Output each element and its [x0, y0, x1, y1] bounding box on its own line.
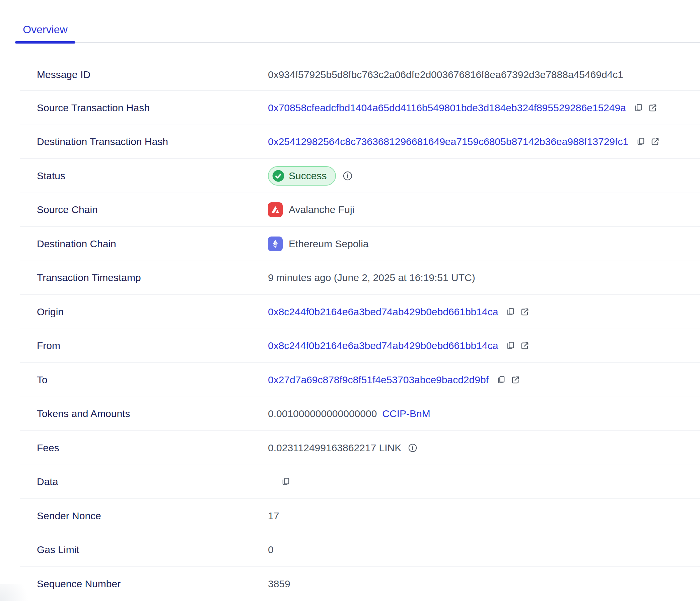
fees-label: Fees	[37, 442, 268, 454]
status-label: Status	[37, 170, 268, 181]
status-badge-text: Success	[289, 170, 327, 181]
row-destination-chain: Destination Chain Ethereum Sepolia	[20, 227, 700, 261]
row-source-tx-hash: Source Transaction Hash 0x70858cfeadcfbd…	[20, 91, 700, 125]
destination-tx-hash-label: Destination Transaction Hash	[37, 136, 268, 147]
copy-icon[interactable]	[506, 341, 515, 350]
from-address-link[interactable]: 0x8c244f0b2164e6a3bed74ab429b0ebd661bb14…	[268, 340, 498, 351]
tab-overview[interactable]: Overview	[15, 0, 75, 42]
external-link-icon[interactable]	[521, 341, 529, 350]
to-address-link[interactable]: 0x27d7a69c878f9c8f51f4e53703abce9bacd2d9…	[268, 374, 489, 385]
row-from: From 0x8c244f0b2164e6a3bed74ab429b0ebd66…	[20, 329, 700, 364]
tab-active-underline	[15, 41, 75, 44]
info-icon[interactable]	[343, 171, 353, 181]
message-id-label: Message ID	[37, 69, 268, 80]
row-sender-nonce: Sender Nonce 17	[20, 499, 700, 533]
transaction-details-table: Message ID 0x934f57925b5d8fbc763c2a06dfe…	[0, 42, 700, 601]
external-link-icon[interactable]	[521, 307, 529, 316]
info-icon[interactable]	[408, 443, 417, 453]
from-label: From	[37, 340, 268, 351]
external-link-icon[interactable]	[648, 103, 657, 112]
status-badge: Success	[268, 166, 336, 185]
destination-chain-name: Ethereum Sepolia	[289, 238, 369, 250]
transaction-timestamp-label: Transaction Timestamp	[37, 272, 268, 283]
destination-chain-label: Destination Chain	[37, 238, 268, 250]
copy-icon[interactable]	[506, 307, 515, 316]
source-chain-name: Avalanche Fuji	[289, 204, 354, 216]
row-source-chain: Source Chain Avalanche Fuji	[20, 193, 700, 227]
sequence-number-label: Sequence Number	[37, 578, 268, 590]
copy-icon[interactable]	[497, 376, 505, 384]
source-tx-hash-label: Source Transaction Hash	[37, 102, 268, 114]
copy-icon[interactable]	[281, 477, 290, 486]
origin-label: Origin	[37, 306, 268, 318]
row-to: To 0x27d7a69c878f9c8f51f4e53703abce9bacd…	[20, 363, 700, 397]
data-label: Data	[37, 476, 268, 487]
destination-tx-hash-link[interactable]: 0x25412982564c8c7363681296681649ea7159c6…	[268, 136, 628, 147]
row-message-id: Message ID 0x934f57925b5d8fbc763c2a06dfe…	[20, 59, 700, 91]
avalanche-icon	[268, 202, 283, 217]
tab-track-line	[15, 42, 700, 43]
sender-nonce-label: Sender Nonce	[37, 510, 268, 522]
external-link-icon[interactable]	[651, 137, 659, 146]
sender-nonce-value: 17	[268, 510, 279, 522]
gas-limit-label: Gas Limit	[37, 544, 268, 555]
source-chain-label: Source Chain	[37, 204, 268, 216]
row-tokens-and-amounts: Tokens and Amounts 0.001000000000000000 …	[20, 397, 700, 431]
row-gas-limit: Gas Limit 0	[20, 533, 700, 568]
row-status: Status Success	[20, 159, 700, 193]
origin-address-link[interactable]: 0x8c244f0b2164e6a3bed74ab429b0ebd661bb14…	[268, 306, 498, 318]
tokens-and-amounts-label: Tokens and Amounts	[37, 408, 268, 420]
to-label: To	[37, 374, 268, 385]
row-data: Data	[20, 465, 700, 500]
external-link-icon[interactable]	[511, 376, 520, 384]
token-amount-value: 0.001000000000000000	[268, 408, 377, 420]
gas-limit-value: 0	[268, 544, 274, 555]
check-circle-icon	[272, 170, 285, 182]
ethereum-icon	[268, 236, 283, 251]
copy-icon[interactable]	[636, 137, 645, 146]
transaction-timestamp-value: 9 minutes ago (June 2, 2025 at 16:19:51 …	[268, 272, 475, 283]
row-destination-tx-hash: Destination Transaction Hash 0x254129825…	[20, 125, 700, 159]
row-transaction-timestamp: Transaction Timestamp 9 minutes ago (Jun…	[20, 261, 700, 296]
sequence-number-value: 3859	[268, 578, 291, 590]
tab-bar: Overview	[0, 0, 700, 42]
token-symbol-link[interactable]: CCIP-BnM	[382, 408, 430, 420]
source-tx-hash-link[interactable]: 0x70858cfeadcfbd1404a65dd4116b549801bde3…	[268, 102, 626, 114]
row-sequence-number: Sequence Number 3859	[20, 567, 700, 601]
fees-value: 0.023112499163862217 LINK	[268, 442, 401, 454]
copy-icon[interactable]	[634, 103, 643, 112]
row-origin: Origin 0x8c244f0b2164e6a3bed74ab429b0ebd…	[20, 295, 700, 329]
row-fees: Fees 0.023112499163862217 LINK	[20, 431, 700, 465]
message-id-value: 0x934f57925b5d8fbc763c2a06dfe2d003676816…	[268, 69, 623, 80]
